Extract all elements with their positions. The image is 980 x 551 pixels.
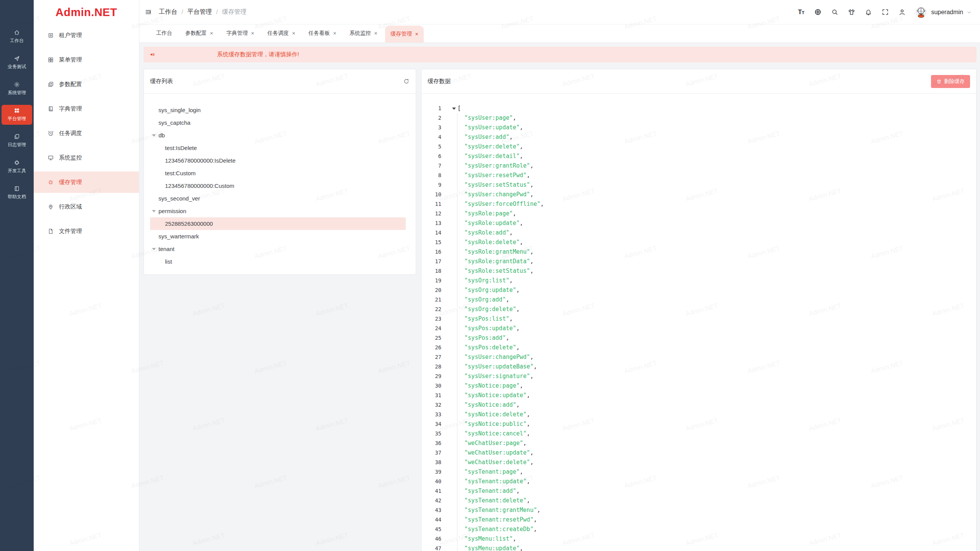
sidebar-item[interactable]: 菜单管理 — [34, 49, 139, 70]
translate-icon[interactable] — [814, 8, 822, 16]
rail-item[interactable]: 业务测试 — [2, 53, 32, 73]
code-text: "sysUser:changePwd", — [457, 190, 534, 199]
sidebar-item[interactable]: 缓存管理 — [34, 171, 139, 193]
tree-node[interactable]: sys_captcha — [150, 116, 406, 129]
code-line: 27 "sysUser:changePwd", — [421, 352, 976, 362]
rail-item[interactable]: 日志管理 — [2, 131, 32, 151]
tree-node[interactable]: sys_second_ver — [150, 192, 406, 205]
fold-triangle-icon[interactable] — [452, 108, 456, 110]
tree-node[interactable]: 252885263000000 — [150, 217, 406, 230]
json-string: "sysUser:grantRole" — [457, 162, 530, 169]
rail-item[interactable]: 工作台 — [2, 27, 32, 47]
json-comma: , — [530, 258, 534, 265]
code-gutter — [441, 161, 457, 171]
tab-close-icon[interactable]: ✕ — [251, 31, 254, 36]
collapse-menu-icon[interactable] — [145, 8, 152, 16]
json-string: "sysRole:delete" — [457, 239, 520, 246]
cache-burst-icon — [47, 179, 54, 186]
line-number: 29 — [421, 372, 441, 381]
line-number: 6 — [421, 152, 441, 161]
sidebar-item-label: 租户管理 — [59, 32, 82, 39]
refresh-icon[interactable] — [403, 78, 410, 85]
tab[interactable]: 系统监控✕ — [344, 24, 383, 42]
tree-node[interactable]: sys_single_login — [150, 104, 406, 116]
tree-node[interactable]: sys_wartermark — [150, 230, 406, 243]
tab[interactable]: 字典管理✕ — [221, 24, 260, 42]
line-number: 33 — [421, 410, 441, 419]
code-line: 44 "sysTenant:resetPwd", — [421, 515, 976, 525]
user-avatar[interactable] — [915, 7, 927, 18]
tree-node[interactable]: test:Custom — [150, 167, 406, 179]
sidebar-item[interactable]: 字典管理 — [34, 98, 139, 119]
code-line: 17 "sysRole:grantData", — [421, 257, 976, 266]
tree-node[interactable]: 123456780000000:Custom — [150, 179, 406, 192]
chevron-down-icon[interactable] — [967, 10, 972, 15]
rail-item[interactable]: 开发工具 — [2, 157, 32, 177]
tab-close-icon[interactable]: ✕ — [292, 31, 295, 36]
sidebar-item[interactable]: 参数配置 — [34, 73, 139, 95]
tab[interactable]: 任务看板✕ — [303, 24, 342, 42]
sidebar-item[interactable]: 行政区域 — [34, 196, 139, 217]
caret-down-icon[interactable] — [152, 210, 156, 212]
tab-close-icon[interactable]: ✕ — [415, 32, 418, 37]
json-comma: , — [509, 277, 513, 284]
line-number: 31 — [421, 391, 441, 400]
font-size-icon[interactable]: TT — [797, 8, 805, 16]
rail-item-label: 系统管理 — [8, 90, 26, 96]
sidebar-item[interactable]: 租户管理 — [34, 24, 139, 46]
code-gutter — [441, 477, 457, 486]
code-line: 11 "sysUser:forceOffline", — [421, 199, 976, 209]
tab-close-icon[interactable]: ✕ — [374, 31, 377, 36]
tab-close-icon[interactable]: ✕ — [333, 31, 336, 36]
sidebar-item[interactable]: 文件管理 — [34, 220, 139, 242]
caret-down-icon[interactable] — [152, 134, 156, 137]
delete-cache-button[interactable]: 删除缓存 — [931, 75, 970, 88]
line-number: 39 — [421, 467, 441, 477]
tree-node[interactable]: list — [150, 255, 406, 268]
caret-down-icon[interactable] — [152, 248, 156, 250]
tree-node[interactable]: db — [150, 129, 406, 142]
search-icon[interactable] — [831, 8, 838, 16]
tree-node[interactable]: tenant — [150, 243, 406, 255]
app-logo[interactable] — [8, 3, 26, 21]
fullscreen-icon[interactable] — [882, 8, 889, 16]
tab-label: 字典管理 — [226, 30, 248, 37]
code-line: 34 "sysNotice:public", — [421, 419, 976, 429]
line-number: 13 — [421, 218, 441, 228]
code-text: "sysNotice:add", — [457, 400, 520, 410]
theme-shirt-icon[interactable] — [848, 8, 855, 16]
notification-bell-icon[interactable] — [865, 8, 872, 16]
code-gutter — [441, 496, 457, 505]
json-comma: , — [530, 459, 534, 466]
code-line: 15 "sysRole:delete", — [421, 238, 976, 247]
rail-item[interactable]: 平台管理 — [2, 105, 32, 125]
tab[interactable]: 工作台 — [151, 24, 178, 42]
rail-item[interactable]: 帮助文档 — [2, 183, 32, 203]
code-gutter — [441, 295, 457, 305]
line-number: 20 — [421, 285, 441, 295]
code-line: 2 "sysUser:page", — [421, 113, 976, 123]
tree-node-label: sys_captcha — [150, 116, 190, 129]
tree-node[interactable]: test:IsDelete — [150, 142, 406, 154]
tab-close-icon[interactable]: ✕ — [210, 31, 213, 36]
warning-text: 系统缓存数据管理，请谨慎操作! — [217, 51, 299, 58]
code-gutter — [441, 352, 457, 362]
rail-item-label: 工作台 — [10, 37, 24, 44]
tree-node[interactable]: 123456780000000:IsDelete — [150, 154, 406, 167]
rail-item[interactable]: 系统管理 — [2, 79, 32, 99]
user-icon[interactable] — [898, 8, 906, 16]
sidebar-item[interactable]: 系统监控 — [34, 147, 139, 168]
line-number: 34 — [421, 419, 441, 429]
code-gutter — [441, 257, 457, 266]
tab[interactable]: 缓存管理✕ — [385, 26, 424, 42]
tab[interactable]: 参数配置✕ — [180, 24, 219, 42]
map-pin-icon — [47, 204, 54, 210]
tree-node[interactable]: permission — [150, 205, 406, 217]
sidebar-item[interactable]: 任务调度 — [34, 122, 139, 144]
breadcrumb-item[interactable]: 工作台 — [159, 8, 177, 16]
breadcrumb-item[interactable]: 平台管理 — [187, 8, 212, 16]
username-label[interactable]: superadmin — [931, 9, 963, 16]
code-text: "sysNotice:delete", — [457, 410, 530, 419]
tab-label: 任务调度 — [267, 30, 289, 37]
tab[interactable]: 任务调度✕ — [262, 24, 301, 42]
